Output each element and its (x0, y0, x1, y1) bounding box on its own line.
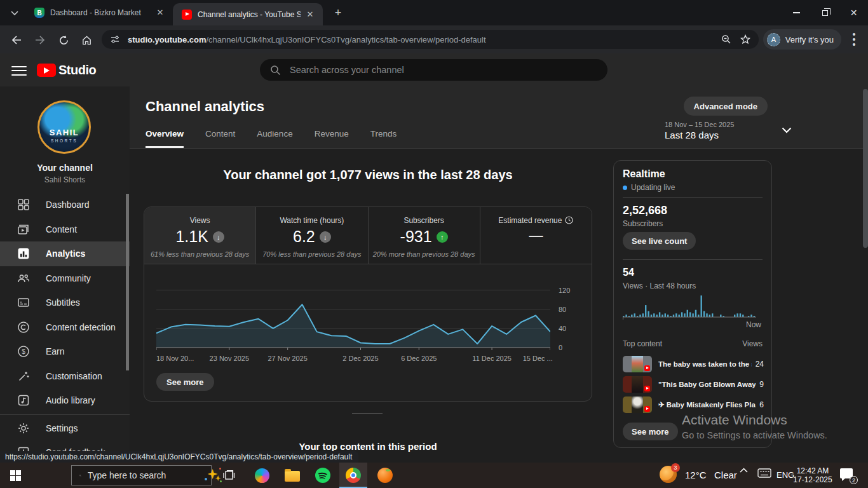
reload-button[interactable] (55, 31, 72, 49)
close-button[interactable]: ✕ (839, 0, 868, 25)
weather-condition[interactable]: Clear (714, 470, 737, 480)
copyright-icon (17, 320, 31, 334)
forward-button[interactable] (31, 31, 49, 49)
metric-watch-time[interactable]: Watch time (hours) 6.2↓ 70% less than pr… (256, 207, 368, 264)
sidebar-scrollbar[interactable] (126, 194, 129, 370)
weather-temp[interactable]: 12°C (685, 470, 707, 480)
verify-label: Verify it's you (785, 35, 834, 44)
hamburger-menu-icon[interactable] (11, 63, 27, 77)
views-column-label: Views (742, 339, 763, 348)
date-range-picker[interactable]: 18 Nov – 15 Dec 2025 Last 28 days (665, 121, 760, 140)
metric-subscribers[interactable]: Subscribers -931↑ 20% more than previous… (369, 207, 480, 264)
taskbar-search-box[interactable] (71, 465, 212, 485)
sidebar-item-audio-library[interactable]: Audio library (0, 388, 130, 413)
video-title[interactable]: The baby was taken to the s... (658, 360, 752, 368)
taskbar-search-input[interactable] (88, 470, 203, 480)
sidebar-item-content[interactable]: Content (0, 217, 130, 242)
metric-revenue[interactable]: Estimated revenue — (480, 207, 592, 264)
advanced-mode-button[interactable]: Advanced mode (684, 97, 768, 116)
video-thumbnail (623, 376, 652, 393)
tab-trends[interactable]: Trends (370, 129, 397, 148)
top-content-row[interactable]: ✈ Baby Mistakenly Flies Pla... 6 (623, 395, 764, 415)
back-button[interactable] (8, 31, 25, 49)
video-title[interactable]: "This Baby Got Blown Away b... (658, 381, 756, 388)
metric-label: Watch time (hours) (256, 216, 367, 225)
verify-profile-button[interactable]: A Verify it's you (763, 29, 841, 50)
top-content-row[interactable]: The baby was taken to the s... 24 (623, 354, 764, 374)
start-button[interactable] (0, 463, 31, 488)
now-label: Now (746, 320, 761, 329)
zoom-page-button[interactable] (717, 34, 736, 44)
tab-search-button[interactable] (6, 5, 23, 22)
folder-icon (285, 471, 300, 482)
sidebar: SAHIL SHORTS Your channel Sahil Shorts D… (0, 86, 130, 463)
trend-down-icon: ↓ (213, 231, 224, 243)
sidebar-item-settings[interactable]: Settings (0, 416, 130, 441)
sidebar-item-customisation[interactable]: Customisation (0, 364, 130, 389)
screen: B Dashboard - Bizkro Market ✕ Channel an… (0, 0, 868, 488)
tab-revenue[interactable]: Revenue (315, 129, 349, 148)
channel-avatar-large[interactable]: SAHIL SHORTS (37, 100, 91, 154)
browser-menu-button[interactable]: ••• (846, 32, 862, 47)
chevron-down-icon (782, 127, 792, 133)
page-title: Channel analytics (146, 98, 264, 115)
metric-views[interactable]: Views 1.1K↓ 61% less than previous 28 da… (144, 207, 256, 264)
site-info-icon[interactable] (110, 34, 120, 44)
minimize-button[interactable] (782, 0, 811, 25)
browser-tab-dashboard[interactable]: B Dashboard - Bizkro Market ✕ (25, 0, 170, 25)
sidebar-item-earn[interactable]: $ Earn (0, 339, 130, 364)
weather-widget[interactable]: 3 (660, 466, 679, 485)
tab-overview[interactable]: Overview (146, 129, 184, 148)
views-48h-bar-chart[interactable] (623, 294, 757, 320)
copilot-button[interactable] (248, 463, 276, 488)
sidebar-item-dashboard[interactable]: Dashboard (0, 193, 130, 217)
top-content-label: Top content (623, 339, 662, 348)
sidebar-item-label: Settings (46, 423, 78, 433)
studio-search-bar[interactable] (260, 59, 607, 81)
tab-close-icon[interactable]: ✕ (304, 9, 316, 20)
touch-keyboard-button[interactable] (757, 468, 771, 478)
home-button[interactable] (78, 31, 95, 49)
shorts-icon (644, 365, 650, 371)
see-live-count-button[interactable]: See live count (623, 232, 696, 250)
date-range-chevron[interactable] (782, 127, 792, 133)
views-line-chart[interactable] (156, 285, 550, 351)
restore-button[interactable] (811, 0, 839, 25)
language-indicator[interactable]: ENG (776, 470, 794, 480)
sidebar-item-community[interactable]: Community (0, 266, 130, 291)
avatar-text-line2: SHORTS (51, 139, 78, 143)
video-title[interactable]: ✈ Baby Mistakenly Flies Pla... (658, 400, 756, 409)
new-tab-button[interactable]: + (330, 6, 346, 21)
tab-close-icon[interactable]: ✕ (154, 7, 166, 18)
bookmark-button[interactable] (736, 34, 755, 44)
tab-audience[interactable]: Audience (257, 129, 292, 148)
chrome-button[interactable] (339, 463, 367, 488)
top-content-row[interactable]: "This Baby Got Blown Away b... 9 (623, 374, 764, 395)
notifications-button[interactable]: 2 (840, 468, 857, 482)
taskbar-clock[interactable]: 12:42 AM 17-12-2025 (793, 466, 832, 484)
reload-icon (58, 35, 69, 46)
chevron-down-icon (11, 11, 18, 16)
chevron-up-icon (740, 468, 748, 473)
studio-search-input[interactable] (290, 65, 607, 75)
tab-content[interactable]: Content (205, 129, 235, 148)
youtube-studio-logo[interactable]: Studio (37, 63, 96, 78)
sidebar-item-label: Subtitles (46, 297, 80, 308)
windows-taskbar: 3 12°C Clear ENG 12:42 AM 17-12-2025 2 (0, 463, 868, 488)
see-more-button[interactable]: See more (156, 373, 214, 391)
tray-expand-button[interactable] (740, 468, 754, 473)
page-scrollbar[interactable] (863, 89, 868, 248)
fl-studio-button[interactable] (371, 463, 399, 488)
spotify-button[interactable] (309, 463, 337, 488)
file-explorer-button[interactable] (278, 463, 306, 488)
task-view-button[interactable] (215, 463, 243, 488)
sidebar-item-analytics[interactable]: Analytics (0, 241, 130, 266)
metric-label: Estimated revenue (498, 216, 562, 225)
realtime-see-more-button[interactable]: See more (623, 423, 678, 440)
sidebar-item-subtitles[interactable]: Subtitles (0, 290, 130, 315)
browser-tab-analytics[interactable]: Channel analytics - YouTube Stu ✕ (173, 3, 323, 25)
url-bar[interactable]: studio.youtube.com/channel/UClk4hxLqjU3o… (102, 30, 759, 49)
sidebar-item-content-detection[interactable]: Content detection (0, 315, 130, 340)
section-divider (352, 413, 383, 414)
url-text[interactable]: studio.youtube.com/channel/UClk4hxLqjU3o… (128, 35, 717, 44)
